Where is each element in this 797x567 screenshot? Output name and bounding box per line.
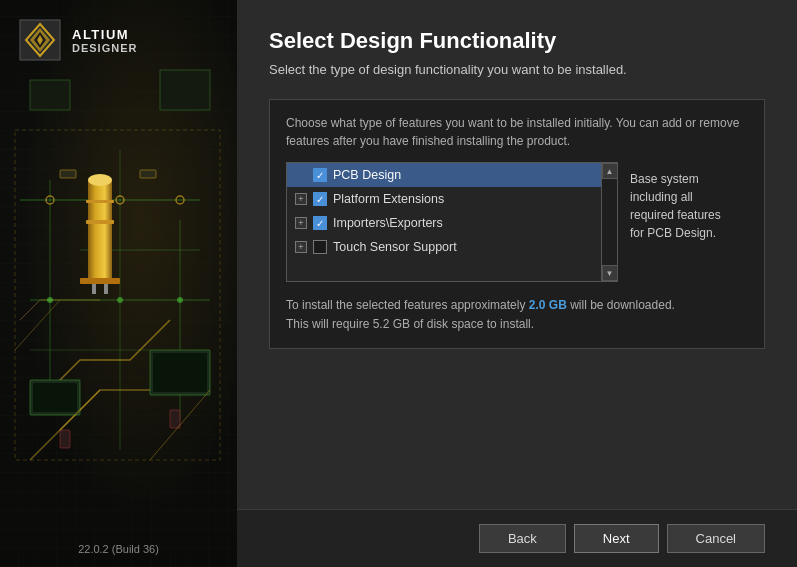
svg-rect-14	[88, 180, 112, 280]
svg-point-12	[117, 297, 123, 303]
download-line2: This will require 5.2 GB of disk space t…	[286, 315, 748, 334]
cancel-button[interactable]: Cancel	[667, 524, 765, 553]
feature-item-touch-sensor[interactable]: + Touch Sensor Support	[287, 235, 601, 259]
content-area: Select Design Functionality Select the t…	[237, 0, 797, 509]
altium-logo-icon	[18, 18, 62, 62]
pcb-design-label: PCB Design	[333, 168, 401, 182]
touch-sensor-expand[interactable]: +	[295, 241, 307, 253]
svg-rect-26	[140, 170, 156, 178]
next-button[interactable]: Next	[574, 524, 659, 553]
svg-rect-18	[80, 278, 120, 284]
platform-extensions-checkbox[interactable]: ✓	[313, 192, 327, 206]
right-panel: Select Design Functionality Select the t…	[237, 0, 797, 567]
download-size: 2.0 GB	[529, 298, 567, 312]
feature-item-importers-exporters[interactable]: + ✓ Importers\Exporters	[287, 211, 601, 235]
importers-exporters-label: Importers\Exporters	[333, 216, 443, 230]
download-suffix: will be downloaded.	[567, 298, 675, 312]
left-panel: ALTIUM DESIGNER 22.0.2 (Build 36)	[0, 0, 237, 567]
bottom-bar: Back Next Cancel	[237, 509, 797, 567]
svg-rect-28	[170, 410, 180, 428]
page-title: Select Design Functionality	[269, 28, 765, 54]
logo-text: ALTIUM DESIGNER	[72, 27, 137, 54]
version-text: 22.0.2 (Build 36)	[0, 543, 237, 555]
svg-rect-19	[92, 284, 96, 294]
feature-item-pcb-design[interactable]: ✓ PCB Design	[287, 163, 601, 187]
feature-box: Choose what type of features you want to…	[269, 99, 765, 349]
svg-rect-34	[160, 70, 210, 110]
feature-side-description: Base system including all required featu…	[618, 162, 748, 282]
svg-point-13	[177, 297, 183, 303]
feature-list-container: ✓ PCB Design + ✓ Platform Extensions +	[286, 162, 748, 282]
svg-point-15	[88, 174, 112, 186]
scrollbar-up-button[interactable]: ▲	[602, 163, 618, 179]
scrollbar-down-button[interactable]: ▼	[602, 265, 618, 281]
svg-rect-16	[86, 220, 114, 224]
svg-point-11	[47, 297, 53, 303]
page-subtitle: Select the type of design functionality …	[269, 62, 765, 77]
pcb-artwork	[0, 0, 237, 567]
download-line1: To install the selected features approxi…	[286, 296, 748, 315]
feature-list-wrapper: ✓ PCB Design + ✓ Platform Extensions +	[286, 162, 602, 282]
svg-rect-22	[33, 383, 77, 412]
platform-extensions-label: Platform Extensions	[333, 192, 444, 206]
logo-designer: DESIGNER	[72, 42, 137, 54]
feature-item-platform-extensions[interactable]: + ✓ Platform Extensions	[287, 187, 601, 211]
svg-rect-33	[30, 80, 70, 110]
svg-rect-25	[60, 170, 76, 178]
scrollbar-track	[602, 179, 617, 265]
svg-rect-20	[104, 284, 108, 294]
back-button[interactable]: Back	[479, 524, 566, 553]
logo-altium: ALTIUM	[72, 27, 137, 42]
svg-rect-24	[153, 353, 207, 392]
pcb-design-checkbox[interactable]: ✓	[313, 168, 327, 182]
platform-extensions-expand[interactable]: +	[295, 193, 307, 205]
importers-exporters-expand[interactable]: +	[295, 217, 307, 229]
logo-area: ALTIUM DESIGNER	[18, 18, 137, 62]
touch-sensor-label: Touch Sensor Support	[333, 240, 457, 254]
download-prefix: To install the selected features approxi…	[286, 298, 529, 312]
svg-rect-27	[60, 430, 70, 448]
download-info: To install the selected features approxi…	[286, 296, 748, 334]
feature-description-text: Choose what type of features you want to…	[286, 114, 748, 150]
touch-sensor-checkbox[interactable]	[313, 240, 327, 254]
importers-exporters-checkbox[interactable]: ✓	[313, 216, 327, 230]
svg-rect-17	[86, 200, 114, 203]
feature-list: ✓ PCB Design + ✓ Platform Extensions +	[286, 162, 602, 282]
download-info-area: To install the selected features approxi…	[286, 296, 748, 334]
feature-scrollbar[interactable]: ▲ ▼	[602, 162, 618, 282]
